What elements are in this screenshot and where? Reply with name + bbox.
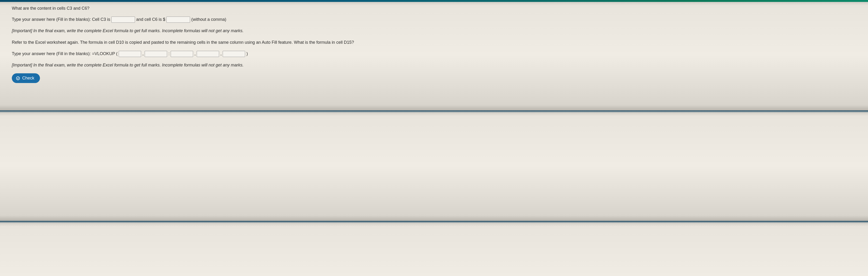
- check-button[interactable]: Check: [12, 73, 40, 83]
- input-c3[interactable]: [111, 17, 135, 23]
- question-2-paragraph: Refer to the Excel worksheet again. The …: [12, 39, 861, 45]
- question-1-prompt: What are the content in cells C3 and C6?: [12, 5, 861, 11]
- q2-sep3: ,: [220, 51, 223, 56]
- check-circle-icon: [16, 76, 20, 81]
- q1-lead-text: Type your answer here (Fill in the blank…: [12, 17, 111, 22]
- input-vlookup-col[interactable]: [197, 51, 219, 57]
- important-note-1: [Important] In the final exam, write the…: [12, 28, 861, 34]
- q2-tail-text: ): [247, 51, 248, 56]
- input-c6[interactable]: [166, 17, 190, 23]
- q2-sep-colon: :: [168, 51, 171, 56]
- question-content: What are the content in cells C3 and C6?…: [7, 5, 861, 83]
- q2-lead-text: Type your answer here (Fill in the blank…: [12, 51, 119, 56]
- question-1-answer-row: Type your answer here (Fill in the blank…: [12, 17, 861, 23]
- q2-sep2: ,: [194, 51, 197, 56]
- input-vlookup-range-end[interactable]: [171, 51, 193, 57]
- input-vlookup-arg1[interactable]: [119, 51, 141, 57]
- q1-tail-text: (without a comma): [191, 17, 226, 22]
- app-header-bar: [0, 0, 868, 2]
- q2-sep1: ,: [142, 51, 145, 56]
- check-button-label: Check: [22, 76, 34, 81]
- input-vlookup-range-start[interactable]: [145, 51, 167, 57]
- input-vlookup-match[interactable]: [223, 51, 245, 57]
- question-2-answer-row: Type your answer here (Fill in the blank…: [12, 51, 861, 57]
- important-note-2: [Important] In the final exam, write the…: [12, 62, 861, 68]
- q1-mid-text: and cell C6 is $: [136, 17, 165, 22]
